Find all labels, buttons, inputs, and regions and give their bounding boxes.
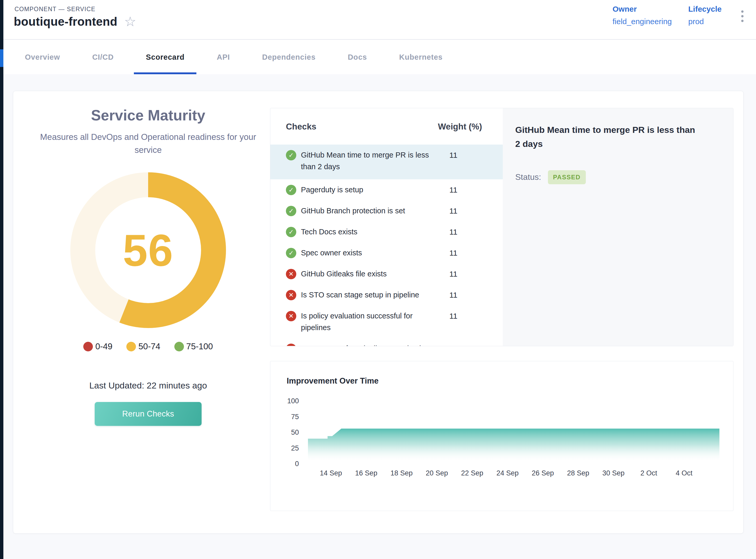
owner-label: Owner — [613, 5, 672, 14]
check-failed-icon: ✕ — [286, 290, 296, 300]
check-label: GitHub Branch protection is set — [301, 205, 433, 217]
scorecard-description: Measures all DevOps and Operational read… — [33, 131, 263, 156]
chart-title: Improvement Over Time — [287, 376, 379, 386]
tab-api[interactable]: API — [201, 40, 246, 74]
collapsed-sidebar-strip — [0, 0, 3, 559]
sidebar-active-indicator — [0, 49, 3, 67]
more-options-kebab-icon[interactable] — [740, 9, 745, 24]
check-row[interactable]: ✕GitHub Gitleaks file exists11 — [270, 263, 503, 285]
x-tick-label: 28 Sep — [560, 469, 596, 477]
improvement-area-chart — [308, 400, 719, 465]
check-weight: 11 — [438, 226, 503, 238]
y-tick-label: 0 — [276, 459, 299, 468]
owner-link[interactable]: field_engineering — [613, 17, 672, 26]
check-detail-pane: GitHub Mean time to merge PR is less tha… — [503, 108, 733, 346]
check-weight: 11 — [438, 289, 503, 301]
x-tick-label: 14 Sep — [313, 469, 349, 477]
y-tick-label: 75 — [276, 412, 299, 421]
scorecard-page: { "colors": { "edge_accent": "#1C6ED8", … — [0, 0, 756, 559]
check-passed-icon: ✓ — [286, 227, 296, 237]
x-tick-label: 20 Sep — [419, 469, 455, 477]
legend-dot-icon — [83, 342, 93, 351]
check-weight: 11 — [438, 268, 503, 280]
lifecycle-meta: Lifecycle prod — [688, 5, 721, 26]
status-label: Status: — [515, 172, 541, 182]
check-label: Pagerduty is setup — [301, 184, 433, 196]
check-row[interactable]: ✕Percentage of CI pipelines passing in p… — [270, 338, 503, 346]
check-label: GitHub Gitleaks file exists — [301, 268, 433, 280]
x-tick-label: 30 Sep — [595, 469, 632, 477]
weight-column-header: Weight (%) — [438, 122, 503, 132]
check-weight: 11 — [438, 343, 503, 346]
last-updated-text: Last Updated: 22 minutes ago — [26, 380, 270, 390]
legend-dot-icon — [174, 342, 184, 351]
tab-dependencies[interactable]: Dependencies — [246, 40, 331, 74]
lifecycle-value: prod — [688, 17, 721, 26]
lifecycle-label: Lifecycle — [688, 5, 721, 14]
maturity-score: 56 — [70, 172, 226, 328]
checks-panel: Checks Weight (%) ✓GitHub Mean time to m… — [270, 108, 733, 346]
check-passed-icon: ✓ — [286, 206, 296, 216]
check-weight: 11 — [438, 149, 503, 161]
check-failed-icon: ✕ — [286, 311, 296, 321]
legend-item: 50-74 — [127, 341, 160, 351]
x-tick-label: 4 Oct — [666, 469, 702, 477]
scorecard-content: Service Maturity Measures all DevOps and… — [3, 74, 756, 559]
check-passed-icon: ✓ — [286, 150, 296, 160]
score-legend: 0-4950-7475-100 — [26, 341, 270, 351]
check-detail-title: GitHub Mean time to merge PR is less tha… — [515, 123, 700, 151]
x-tick-label: 18 Sep — [384, 469, 420, 477]
tab-scorecard[interactable]: Scorecard — [130, 40, 201, 74]
check-label: Tech Docs exists — [301, 226, 433, 238]
check-passed-icon: ✓ — [286, 248, 296, 258]
check-row[interactable]: ✕Is policy evaluation successful for pip… — [270, 306, 503, 338]
breadcrumb: COMPONENT — SERVICE — [15, 6, 95, 13]
x-tick-label: 22 Sep — [454, 469, 490, 477]
maturity-summary: Service Maturity Measures all DevOps and… — [26, 107, 270, 426]
x-tick-label: 2 Oct — [631, 469, 667, 477]
check-row[interactable]: ✓Pagerduty is setup11 — [270, 179, 503, 200]
checks-list-pane: Checks Weight (%) ✓GitHub Mean time to m… — [270, 108, 503, 346]
check-row[interactable]: ✓Spec owner exists11 — [270, 242, 503, 263]
legend-label: 75-100 — [186, 341, 213, 351]
tab-docs[interactable]: Docs — [331, 40, 383, 74]
check-row[interactable]: ✕Is STO scan stage setup in pipeline11 — [270, 285, 503, 306]
check-label: Is STO scan stage setup in pipeline — [301, 289, 433, 301]
checks-table-header: Checks Weight (%) — [270, 108, 503, 132]
tab-ci-cd[interactable]: CI/CD — [76, 40, 130, 74]
tab-overview[interactable]: Overview — [9, 40, 76, 74]
status-badge: PASSED — [548, 170, 586, 184]
check-row[interactable]: ✓GitHub Mean time to merge PR is less th… — [270, 144, 503, 179]
scorecard-name: Service Maturity — [26, 107, 270, 124]
check-list: ✓GitHub Mean time to merge PR is less th… — [270, 144, 503, 346]
app-frame: COMPONENT — SERVICE boutique-frontend ☆ … — [3, 0, 756, 559]
check-label: Spec owner exists — [301, 247, 433, 259]
check-label: Is policy evaluation successful for pipe… — [301, 310, 433, 334]
check-passed-icon: ✓ — [286, 185, 296, 195]
x-tick-label: 26 Sep — [525, 469, 561, 477]
scorecard-card: Service Maturity Measures all DevOps and… — [13, 91, 743, 534]
legend-item: 75-100 — [174, 341, 213, 351]
check-row[interactable]: ✓Tech Docs exists11 — [270, 221, 503, 242]
title-row: boutique-frontend ☆ — [14, 15, 136, 28]
entity-header: COMPONENT — SERVICE boutique-frontend ☆ … — [3, 0, 756, 40]
check-failed-icon: ✕ — [286, 269, 296, 279]
check-weight: 11 — [438, 184, 503, 196]
favorite-star-icon[interactable]: ☆ — [124, 15, 136, 28]
legend-label: 50-74 — [138, 341, 160, 351]
legend-label: 0-49 — [95, 341, 112, 351]
check-failed-icon: ✕ — [286, 343, 296, 346]
check-weight: 11 — [438, 247, 503, 259]
tab-bar: OverviewCI/CDScorecardAPIDependenciesDoc… — [3, 40, 756, 74]
y-tick-label: 100 — [276, 397, 299, 405]
rerun-checks-button[interactable]: Rerun Checks — [95, 402, 202, 426]
tab-kubernetes[interactable]: Kubernetes — [383, 40, 459, 74]
maturity-donut-chart: 56 — [70, 172, 226, 328]
check-row[interactable]: ✓GitHub Branch protection is set11 — [270, 200, 503, 221]
check-weight: 11 — [438, 205, 503, 217]
check-status-row: Status: PASSED — [515, 170, 710, 184]
owner-meta: Owner field_engineering — [613, 5, 672, 26]
y-tick-label: 50 — [276, 428, 299, 437]
improvement-chart-panel: Improvement Over Time 0255075100 14 Sep1… — [270, 361, 733, 511]
y-tick-label: 25 — [276, 444, 299, 453]
